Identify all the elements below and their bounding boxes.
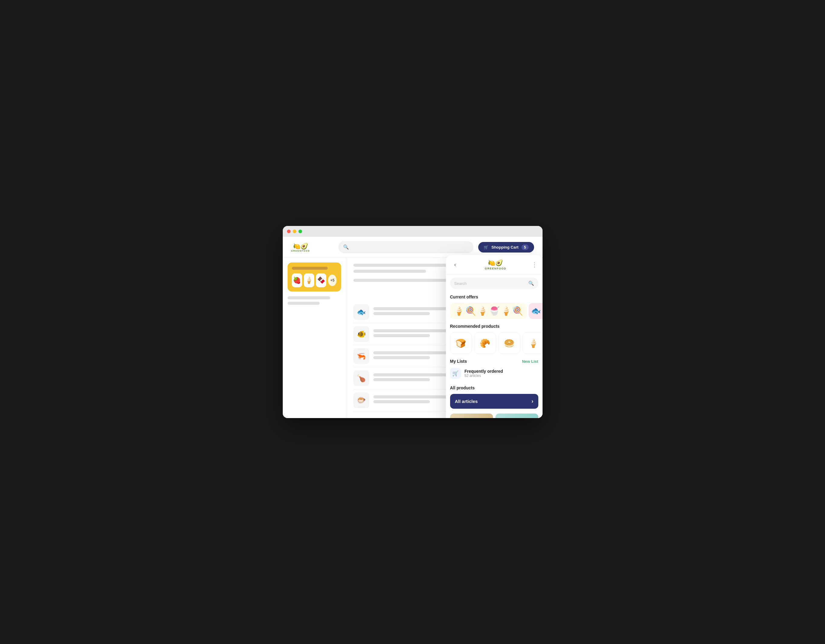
product-grid-card-1[interactable]: 🧺 <box>450 414 493 418</box>
sidebar-category-card[interactable]: 🍓 🍦 🍫 +5 <box>287 263 341 292</box>
titlebar <box>283 226 542 237</box>
mobile-overlay: ‹ 🍋🥑 GREENFOOD ⋮ Search 🔍 Current offers… <box>446 255 542 418</box>
cart-button[interactable]: 🛒 Shopping Cart 5 <box>478 242 534 253</box>
offers-scroll: 🍦 🍭 🍦 🍧 🍦 🍭 🐟 <box>446 301 542 321</box>
content-bar-2 <box>354 270 426 273</box>
sidebar-line-2 <box>287 302 320 305</box>
chevron-right-icon: › <box>531 398 533 405</box>
offer-card-pink[interactable]: 🐟 <box>528 303 542 319</box>
new-list-button[interactable]: New List <box>522 359 538 364</box>
list-count: 52 articles <box>465 374 503 378</box>
rec-card-1[interactable]: 🍞 <box>450 332 472 354</box>
category-more[interactable]: +5 <box>328 275 337 286</box>
product-grid-card-2[interactable]: 🍦 <box>496 414 538 418</box>
rec-card-4[interactable]: 🍦 <box>522 332 542 354</box>
all-articles-label: All articles <box>455 399 478 404</box>
all-articles-button[interactable]: All articles › <box>450 394 538 409</box>
current-offers-title: Current offers <box>446 292 542 301</box>
offer-item-6: 🍭 <box>513 306 523 316</box>
product-grid: 🧺 🍦 <box>446 414 542 418</box>
browser-window: 🍋🥑 GREENFOOD 🔍 🛒 Shopping Cart 5 <box>283 226 542 418</box>
offer-item-5: 🍦 <box>501 306 511 316</box>
mobile-search-placeholder: Search <box>454 281 467 286</box>
recommended-products-title: Recommended products <box>446 321 542 330</box>
mobile-logo-icon: 🍋🥑 <box>488 259 503 266</box>
cart-count: 5 <box>521 244 528 250</box>
category-image-3[interactable]: 🍫 <box>316 273 326 287</box>
offer-item-2: 🍭 <box>465 306 476 316</box>
mobile-logo-text: GREENFOOD <box>485 267 507 270</box>
browser-content: 🍋🥑 GREENFOOD 🔍 🛒 Shopping Cart 5 <box>283 237 542 418</box>
category-image-1[interactable]: 🍓 <box>292 273 302 287</box>
logo-icon: 🍋🥑 <box>293 242 308 250</box>
all-products-title: All products <box>450 383 538 391</box>
category-images: 🍓 🍦 🍫 +5 <box>292 273 337 287</box>
list-item-frequently-ordered[interactable]: 🛒 Frequently ordered 52 articles <box>446 365 542 382</box>
logo-text: GREENFOOD <box>291 250 310 252</box>
product-image-1: 🐟 <box>354 304 369 320</box>
list-info: Frequently ordered 52 articles <box>465 369 503 378</box>
list-cart-icon: 🛒 <box>450 368 461 379</box>
mobile-back-button[interactable]: ‹ <box>451 260 460 269</box>
product-image-4: 🍗 <box>354 370 369 386</box>
mobile-header: ‹ 🍋🥑 GREENFOOD ⋮ <box>446 255 542 275</box>
sidebar-text-group <box>287 297 341 305</box>
rec-card-3[interactable]: 🥯 <box>499 332 520 354</box>
sidebar-line-1 <box>287 297 331 300</box>
recommended-scroll: 🍞 🥐 🥯 🍦 🥑 <box>446 330 542 357</box>
mobile-search-icon: 🔍 <box>528 281 534 286</box>
offer-item-3: 🍦 <box>477 306 488 316</box>
product-image-3: 🦐 <box>354 348 369 364</box>
product-image-2: 🐠 <box>354 326 369 342</box>
close-button[interactable] <box>287 230 290 233</box>
offer-item-4: 🍧 <box>489 306 500 316</box>
mobile-search-bar[interactable]: Search 🔍 <box>450 278 538 289</box>
cart-label: Shopping Cart <box>491 245 519 250</box>
offer-card-main[interactable]: 🍦 🍭 🍦 🍧 🍦 🍭 <box>450 303 527 319</box>
minimize-button[interactable] <box>293 230 297 233</box>
all-products-section: All products All articles › <box>446 382 542 414</box>
desktop-search-bar[interactable]: 🔍 <box>338 241 473 253</box>
category-bar-label <box>292 267 328 270</box>
product-image-5: 🐡 <box>354 392 369 408</box>
app-header: 🍋🥑 GREENFOOD 🔍 🛒 Shopping Cart 5 <box>283 237 542 258</box>
cart-icon: 🛒 <box>484 245 488 250</box>
offer-item-1: 🍦 <box>454 306 464 316</box>
mobile-more-button[interactable]: ⋮ <box>531 261 538 268</box>
my-lists-header: My Lists New List <box>446 357 542 365</box>
my-lists-title: My Lists <box>450 359 467 364</box>
list-name: Frequently ordered <box>465 369 503 374</box>
sidebar: 🍓 🍦 🍫 +5 <box>283 258 346 418</box>
mobile-logo: 🍋🥑 GREENFOOD <box>485 259 507 270</box>
category-image-2[interactable]: 🍦 <box>304 273 314 287</box>
rec-card-2[interactable]: 🥐 <box>474 332 496 354</box>
search-icon: 🔍 <box>343 244 349 250</box>
offer-pink-item: 🐟 <box>531 306 541 316</box>
desktop-logo: 🍋🥑 GREENFOOD <box>291 242 334 252</box>
maximize-button[interactable] <box>298 230 302 233</box>
